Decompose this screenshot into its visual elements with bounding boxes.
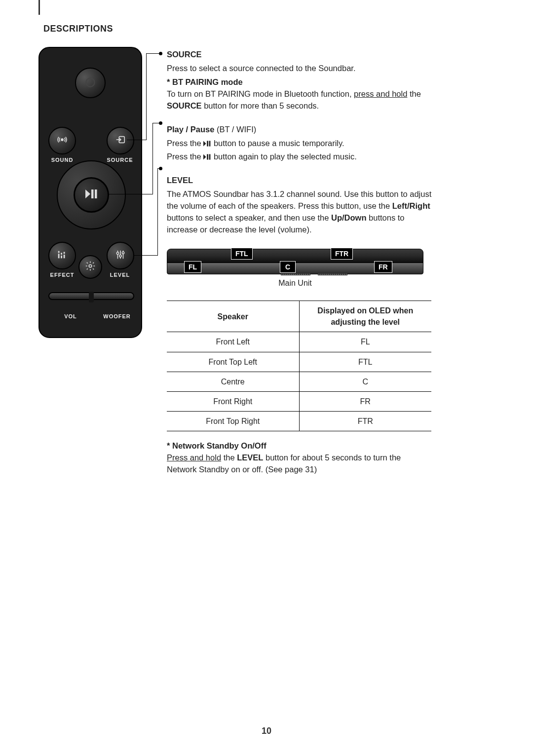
connector-line	[134, 255, 158, 256]
network-standby-text: Press and hold the LEVEL button for abou…	[167, 452, 432, 476]
svg-point-15	[116, 252, 118, 254]
table-row: Front Top RightFTR	[167, 412, 431, 431]
sound-label: SOUND	[47, 157, 77, 163]
woofer-label: WOOFER	[100, 313, 134, 319]
sound-button	[48, 127, 76, 154]
bt-pairing-text: To turn on BT PAIRING mode in Bluetooth …	[167, 88, 432, 112]
power-button	[75, 68, 106, 98]
level-label: LEVEL	[105, 272, 135, 278]
svg-rect-24	[207, 154, 208, 160]
section-marker	[38, 0, 40, 15]
svg-point-13	[89, 265, 92, 267]
effect-button	[48, 242, 76, 269]
connector-line	[146, 53, 147, 140]
speaker-table: Speaker Displayed on OLED whenadjusting …	[167, 301, 431, 431]
gear-icon	[85, 261, 96, 273]
equalizer-icon	[57, 249, 68, 262]
svg-rect-25	[209, 154, 211, 160]
sliders-icon	[115, 249, 126, 262]
tag-ftl: FTL	[231, 248, 253, 260]
source-heading: SOURCE	[167, 50, 202, 59]
connector-dot	[159, 121, 162, 125]
svg-point-2	[61, 139, 63, 141]
descriptions-content: SOURCE Press to select a source connecte…	[167, 49, 432, 478]
connector-line	[152, 123, 159, 123]
table-row: Front LeftFL	[167, 332, 431, 352]
level-button	[107, 242, 134, 269]
table-row: Front RightFR	[167, 391, 431, 411]
svg-rect-8	[58, 251, 60, 253]
connector-dot	[159, 52, 162, 55]
settings-button	[78, 255, 102, 279]
vol-woofer-slider	[48, 292, 134, 300]
remote-illustration: SOUND SOURCE EFFECT LEVEL VOL WOOFER	[38, 47, 142, 338]
svg-marker-4	[85, 189, 90, 198]
soundbar-diagram: FTL FTR FL C FR Main Unit	[167, 245, 423, 287]
table-header-speaker: Speaker	[167, 301, 299, 332]
svg-rect-6	[95, 189, 97, 198]
dpad	[57, 160, 126, 229]
connector-line	[127, 140, 147, 140]
table-header-display: Displayed on OLED whenadjusting the leve…	[299, 301, 431, 332]
table-row: CentreC	[167, 372, 431, 391]
play-pause-glyph-icon	[203, 140, 211, 147]
svg-rect-9	[61, 256, 62, 259]
play-pause-icon	[84, 189, 98, 201]
input-icon	[115, 134, 126, 147]
connector-line	[152, 123, 153, 194]
svg-rect-21	[207, 141, 208, 146]
svg-rect-7	[58, 254, 60, 258]
source-button	[107, 127, 134, 154]
playpause-heading: Play / Pause (BT / WIFI)	[167, 124, 432, 136]
source-label: SOURCE	[105, 157, 135, 163]
connector-dot	[159, 167, 162, 170]
section-title: DESCRIPTIONS	[43, 24, 113, 34]
svg-rect-11	[64, 255, 65, 258]
network-standby-title: * Network Standby On/Off	[167, 440, 432, 452]
tag-ftr: FTR	[331, 248, 353, 260]
connector-line	[157, 168, 158, 255]
page-number: 10	[0, 726, 533, 736]
svg-rect-10	[61, 253, 62, 255]
power-icon	[84, 76, 97, 90]
tag-fr: FR	[374, 261, 392, 273]
broadcast-icon	[57, 134, 68, 147]
playpause-line1: Press the button to pause a music tempor…	[167, 138, 432, 150]
tag-fl: FL	[184, 261, 201, 273]
diagram-caption: Main Unit	[167, 277, 423, 289]
level-paragraph: The ATMOS Soundbar has 3.1.2 channel sou…	[167, 189, 432, 236]
play-pause-glyph-icon	[203, 153, 211, 160]
svg-point-19	[122, 252, 124, 254]
svg-rect-22	[209, 141, 211, 146]
svg-marker-20	[203, 141, 206, 146]
svg-rect-5	[91, 189, 94, 198]
table-row: Front Top LeftFTL	[167, 352, 431, 372]
svg-rect-12	[64, 252, 65, 254]
connector-line	[109, 194, 153, 194]
tag-c: C	[280, 261, 296, 273]
svg-point-17	[119, 255, 121, 257]
play-pause-button	[74, 177, 109, 213]
effect-label: EFFECT	[47, 272, 77, 278]
source-desc: Press to select a source connected to th…	[167, 63, 432, 75]
vol-label: VOL	[58, 313, 83, 319]
svg-marker-23	[203, 154, 206, 160]
playpause-line2: Press the button again to play the selec…	[167, 151, 432, 163]
bt-pairing-title: * BT PAIRING mode	[167, 76, 432, 88]
connector-line	[146, 53, 159, 54]
level-heading: LEVEL	[167, 176, 193, 185]
